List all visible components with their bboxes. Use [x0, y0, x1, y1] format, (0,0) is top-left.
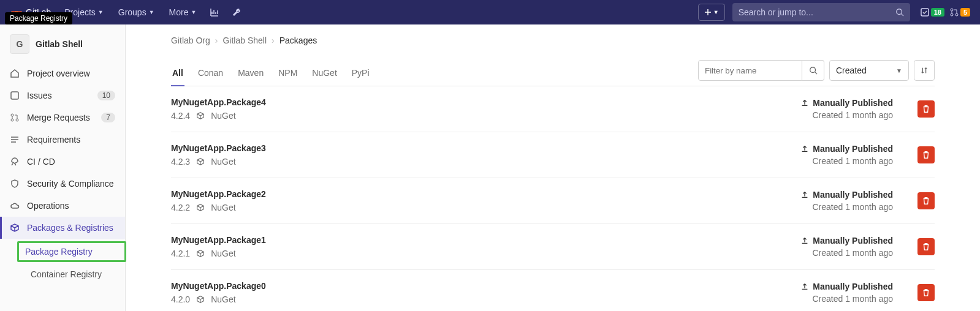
- sidebar-item-operations[interactable]: Operations: [0, 195, 125, 217]
- search-icon: [809, 66, 818, 75]
- package-icon: [10, 223, 20, 233]
- todos-button[interactable]: 18: [920, 7, 944, 17]
- package-type: NuGet: [211, 157, 235, 167]
- list-icon: [10, 135, 20, 144]
- svg-point-3: [951, 13, 953, 16]
- sidebar-item-label: Packages & Registries: [27, 223, 113, 233]
- search-input[interactable]: [739, 7, 895, 17]
- sidebar-item-label: Issues: [27, 91, 51, 100]
- sidebar-item-cicd[interactable]: CI / CD: [0, 151, 125, 173]
- cloud-icon: [10, 201, 20, 211]
- filter-input[interactable]: [698, 60, 802, 81]
- created-label: Created 1 month ago: [800, 202, 893, 212]
- sidebar: G Gitlab Shell Project overview Issues 1…: [0, 24, 126, 311]
- merge-icon: [949, 7, 959, 17]
- nav-more[interactable]: More▼: [163, 4, 203, 21]
- sidebar-item-label: CI / CD: [27, 157, 55, 167]
- package-version: 4.2.0: [171, 294, 190, 304]
- sidebar-item-overview[interactable]: Project overview: [0, 62, 125, 84]
- top-header: GitLab Projects▼ Groups▼ More▼ ▼ 18 5 Pa…: [0, 0, 980, 24]
- admin-icon-button[interactable]: [227, 2, 246, 22]
- sidebar-sub-package-registry[interactable]: Package Registry: [17, 241, 126, 262]
- delete-button[interactable]: [917, 238, 935, 255]
- trash-icon: [922, 105, 930, 113]
- sidebar-item-label: Operations: [27, 201, 69, 211]
- sidebar-item-label: Project overview: [27, 69, 90, 78]
- global-search[interactable]: [732, 3, 910, 21]
- package-icon: [196, 249, 205, 258]
- package-row: MyNugetApp.Package1 4.2.1 NuGet Manually…: [171, 224, 935, 270]
- upload-icon: [800, 190, 809, 199]
- tab-conan[interactable]: Conan: [197, 61, 224, 86]
- project-header[interactable]: G Gitlab Shell: [0, 29, 125, 62]
- trash-icon: [922, 197, 930, 205]
- delete-button[interactable]: [917, 284, 935, 301]
- todo-count: 18: [931, 8, 944, 17]
- sidebar-item-security[interactable]: Security & Compliance: [0, 173, 125, 195]
- tab-nuget[interactable]: NuGet: [311, 61, 338, 86]
- publish-label: Manually Published: [813, 190, 893, 200]
- merge-icon: [10, 113, 20, 122]
- breadcrumb: Gitlab Org › Gitlab Shell › Packages: [171, 36, 935, 45]
- chevron-down-icon: ▼: [98, 9, 104, 15]
- publish-label: Manually Published: [813, 236, 893, 245]
- delete-button[interactable]: [917, 192, 935, 209]
- package-name[interactable]: MyNugetApp.Package2: [171, 189, 800, 199]
- package-name[interactable]: MyNugetApp.Package4: [171, 97, 800, 107]
- svg-rect-5: [11, 92, 18, 99]
- sidebar-item-label: Requirements: [27, 135, 80, 144]
- tab-all[interactable]: All: [171, 61, 184, 86]
- merge-requests-button[interactable]: 5: [949, 7, 970, 17]
- breadcrumb-item[interactable]: Gitlab Shell: [222, 36, 267, 45]
- tab-maven[interactable]: Maven: [237, 61, 265, 86]
- chart-icon: [210, 7, 219, 17]
- sort-icon: [920, 66, 929, 75]
- nav-groups-label: Groups: [118, 7, 146, 17]
- mr-count: 7: [101, 113, 115, 122]
- sidebar-item-issues[interactable]: Issues 10: [0, 84, 125, 107]
- package-name[interactable]: MyNugetApp.Package1: [171, 235, 800, 245]
- sidebar-item-packages[interactable]: Packages & Registries: [0, 217, 125, 239]
- package-name[interactable]: MyNugetApp.Package3: [171, 143, 800, 153]
- package-row: MyNugetApp.Package2 4.2.2 NuGet Manually…: [171, 178, 935, 224]
- sidebar-sub-container-registry[interactable]: Container Registry: [23, 264, 125, 284]
- sidebar-item-requirements[interactable]: Requirements: [0, 129, 125, 151]
- sort-select[interactable]: Created ▼: [829, 60, 909, 81]
- issue-count: 10: [97, 91, 115, 100]
- created-label: Created 1 month ago: [800, 110, 893, 120]
- created-label: Created 1 month ago: [800, 248, 893, 258]
- svg-point-8: [16, 119, 18, 121]
- project-name: Gitlab Shell: [36, 39, 83, 49]
- package-icon: [196, 203, 205, 212]
- issues-icon: [10, 91, 20, 100]
- chevron-right-icon: ›: [272, 36, 275, 45]
- filter-search-button[interactable]: [802, 60, 824, 81]
- package-version: 4.2.3: [171, 157, 190, 167]
- tab-npm[interactable]: NPM: [277, 61, 298, 86]
- tab-pypi[interactable]: PyPi: [351, 61, 371, 86]
- tooltip: Package Registry: [5, 12, 72, 24]
- sidebar-item-label: Merge Requests: [27, 113, 90, 122]
- plus-icon: [704, 9, 712, 16]
- sidebar-item-merge-requests[interactable]: Merge Requests 7: [0, 107, 125, 129]
- package-type: NuGet: [211, 294, 235, 304]
- delete-button[interactable]: [917, 146, 935, 163]
- sort-direction-button[interactable]: [914, 60, 935, 81]
- publish-label: Manually Published: [813, 282, 893, 291]
- trash-icon: [922, 242, 930, 251]
- breadcrumb-item[interactable]: Gitlab Org: [171, 36, 210, 45]
- analytics-icon-button[interactable]: [205, 2, 224, 22]
- package-type: NuGet: [211, 203, 235, 212]
- project-avatar: G: [10, 34, 29, 54]
- package-list: MyNugetApp.Package4 4.2.4 NuGet Manually…: [171, 86, 935, 311]
- sort-label: Created: [836, 66, 867, 75]
- todo-icon: [920, 7, 930, 17]
- package-type: NuGet: [211, 249, 235, 258]
- delete-button[interactable]: [917, 100, 935, 118]
- package-name[interactable]: MyNugetApp.Package0: [171, 281, 800, 291]
- svg-point-2: [951, 9, 953, 11]
- new-button[interactable]: ▼: [698, 4, 725, 21]
- upload-icon: [800, 282, 809, 291]
- nav-groups[interactable]: Groups▼: [112, 4, 161, 21]
- shield-icon: [10, 179, 20, 189]
